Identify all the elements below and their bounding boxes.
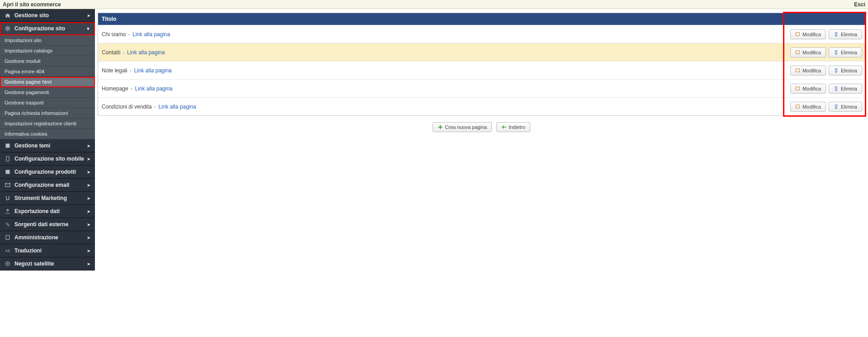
modify-button[interactable]: Modifica <box>790 29 826 39</box>
sidebar-sub-informativa-cookies[interactable]: Informativa cookies <box>0 129 95 139</box>
chevron-right-icon: ➤ <box>87 235 90 240</box>
modify-button[interactable]: Modifica <box>790 66 826 76</box>
table-row-actions: Modifica Elimina <box>784 61 865 79</box>
sidebar-item-label: Sorgenti dati esterne <box>14 221 87 228</box>
sidebar-item-esportazione-dati[interactable]: Esportazione dati ➤ <box>0 205 95 218</box>
sidebar-sub-pagina-errore-404[interactable]: Pagina errore 404 <box>0 66 95 77</box>
sidebar-item-label: Configurazione prodotti <box>14 169 87 175</box>
modify-button[interactable]: Modifica <box>790 84 826 94</box>
sidebar-item-label: Esportazione dati <box>14 208 87 214</box>
sidebar-item-sorgenti-dati-esterne[interactable]: Sorgenti dati esterne ➤ <box>0 218 95 231</box>
table-row: Homepage - Link alla pagina <box>98 79 783 97</box>
page-link[interactable]: Link alla pagina <box>132 31 170 38</box>
table-row: Condizioni di vendita - Link alla pagina <box>98 97 783 115</box>
modify-label: Modifica <box>802 32 821 37</box>
chevron-right-icon: ➤ <box>87 183 90 188</box>
row-title-cell: Homepage - Link alla pagina <box>98 83 783 95</box>
row-title-cell: Contatti - Link alla pagina <box>98 47 783 58</box>
svg-rect-5 <box>6 236 9 240</box>
sidebar-item-configurazione-sito-mobile[interactable]: Configurazione sito mobile ➤ <box>0 152 95 166</box>
page-link[interactable]: Link alla pagina <box>135 85 172 92</box>
sidebar-item-gestione-temi[interactable]: Gestione temi ➤ <box>0 139 95 152</box>
sidebar-sub-impostazioni-sito[interactable]: Impostazioni sito <box>0 35 95 46</box>
top-bar: Apri il sito ecommerce Esci <box>0 0 868 9</box>
sidebar-sub-pagina-richiesta-informazioni[interactable]: Pagina richiesta informazioni <box>0 108 95 119</box>
back-label: Indietro <box>509 124 525 130</box>
table-header-actions <box>784 13 865 25</box>
main-content: Titolo Chi siamo - Link alla pagina Cont… <box>95 9 868 271</box>
puzzle-icon <box>5 169 11 175</box>
sidebar-sub-impostazioni-registrazione-clienti[interactable]: Impostazioni registrazione clienti <box>0 119 95 129</box>
create-label: Crea nuova pagina <box>445 124 487 130</box>
table-row-actions: Modifica Elimina <box>784 43 865 61</box>
svg-rect-12 <box>796 105 800 108</box>
trash-icon <box>834 32 839 37</box>
open-site-link[interactable]: Apri il sito ecommerce <box>3 1 61 8</box>
logout-link[interactable]: Esci <box>854 1 865 8</box>
page-link[interactable]: Link alla pagina <box>127 49 165 56</box>
modify-button[interactable]: Modifica <box>790 102 826 112</box>
edit-icon <box>795 32 801 37</box>
sidebar-item-label: Configurazione email <box>14 182 87 188</box>
separator: - <box>153 104 158 110</box>
separator: - <box>127 31 132 38</box>
svg-point-0 <box>7 28 9 30</box>
modify-label: Modifica <box>802 68 821 73</box>
sidebar-item-amministrazione[interactable]: Amministrazione ➤ <box>0 231 95 244</box>
sidebar-item-label: Gestione sito <box>14 12 87 19</box>
row-title-cell: Chi siamo - Link alla pagina <box>98 28 783 40</box>
table-row-actions: Modifica Elimina <box>784 97 865 115</box>
home-icon <box>5 12 11 19</box>
delete-button[interactable]: Elimina <box>829 47 862 57</box>
delete-label: Elimina <box>841 104 857 109</box>
sidebar-item-strumenti-marketing[interactable]: Strumenti Marketing ➤ <box>0 192 95 205</box>
link-icon <box>5 221 11 228</box>
sidebar-item-gestione-sito[interactable]: Gestione sito ➤ <box>0 9 95 22</box>
sidebar-item-configurazione-prodotti[interactable]: Configurazione prodotti ➤ <box>0 166 95 179</box>
page-link[interactable]: Link alla pagina <box>134 67 171 74</box>
chevron-right-icon: ➤ <box>87 170 90 175</box>
sidebar-sub-gestione-pagine-html[interactable]: Gestione pagine html <box>0 77 95 87</box>
modify-label: Modifica <box>802 86 821 91</box>
sidebar-item-configurazione-email[interactable]: Configurazione email ➤ <box>0 179 95 192</box>
chevron-right-icon: ➤ <box>87 143 90 148</box>
edit-icon <box>795 68 801 73</box>
sidebar-item-configurazione-sito[interactable]: Configurazione sito ▼ <box>0 22 95 35</box>
page-link[interactable]: Link alla pagina <box>158 104 196 110</box>
mail-icon <box>5 182 11 188</box>
sidebar-item-label: Traduzioni <box>14 247 87 254</box>
modify-button[interactable]: Modifica <box>790 47 826 57</box>
sidebar-item-negozi-satellite[interactable]: Negozi satellite ➤ <box>0 257 95 271</box>
back-button[interactable]: Indietro <box>496 122 530 132</box>
chevron-right-icon: ➤ <box>87 13 90 18</box>
sidebar-sub-gestione-moduli[interactable]: Gestione moduli <box>0 56 95 66</box>
modify-label: Modifica <box>802 50 821 55</box>
table-row-actions: Modifica Elimina <box>784 25 865 43</box>
delete-button[interactable]: Elimina <box>829 29 862 39</box>
page-title-text: Homepage <box>102 85 128 92</box>
sidebar-sub-impostazioni-catalogo[interactable]: Impostazioni catalogo <box>0 46 95 56</box>
row-title-cell: Note legali - Link alla pagina <box>98 65 783 76</box>
table-row: Chi siamo - Link alla pagina <box>98 25 783 43</box>
delete-button[interactable]: Elimina <box>829 84 862 94</box>
chevron-right-icon: ➤ <box>87 248 90 253</box>
chevron-down-icon: ▼ <box>86 26 90 31</box>
magnet-icon <box>5 195 11 201</box>
separator: - <box>129 85 134 92</box>
building-icon <box>5 234 11 241</box>
delete-button[interactable]: Elimina <box>829 66 862 76</box>
actions-column: Modifica Elimina Modifica Elimina Modifi… <box>784 13 865 116</box>
chevron-right-icon: ➤ <box>87 209 90 214</box>
table-row: Note legali - Link alla pagina <box>98 61 783 79</box>
sidebar-item-traduzioni[interactable]: A文 Traduzioni ➤ <box>0 244 95 257</box>
create-new-page-button[interactable]: Crea nuova pagina <box>433 122 492 132</box>
delete-label: Elimina <box>841 68 857 73</box>
row-title-cell: Condizioni di vendita - Link alla pagina <box>98 101 783 113</box>
trash-icon <box>834 104 839 109</box>
trash-icon <box>834 50 839 55</box>
sidebar-sub-gestione-trasporti[interactable]: Gestione trasporti <box>0 98 95 108</box>
delete-button[interactable]: Elimina <box>829 102 862 112</box>
globe-icon <box>5 261 11 267</box>
svg-rect-10 <box>796 69 800 72</box>
sidebar-sub-gestione-pagamenti[interactable]: Gestione pagamenti <box>0 87 95 98</box>
